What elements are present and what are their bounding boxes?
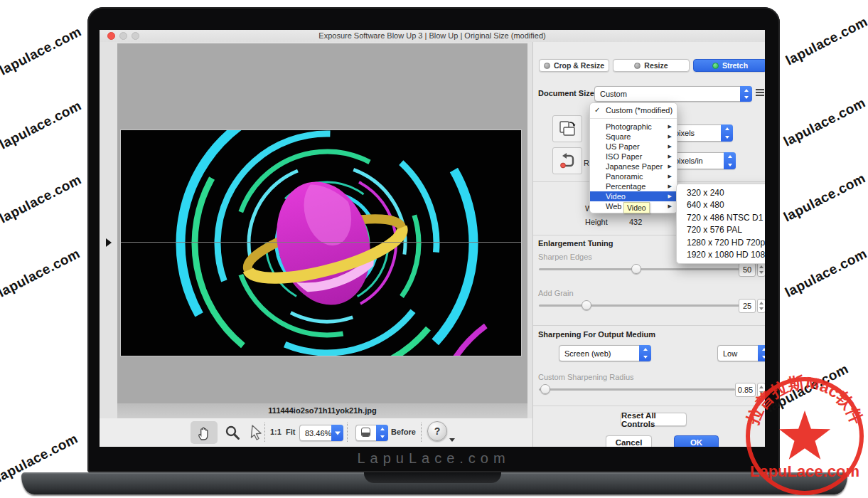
output-medium-select[interactable]: Screen (web) — [559, 345, 651, 361]
radio-dot-icon — [634, 63, 641, 69]
zoom-level-select[interactable]: 83.46% — [299, 425, 343, 441]
slider-thumb[interactable] — [582, 300, 591, 310]
height-value: 432 — [629, 218, 642, 226]
zoom-window-button[interactable] — [132, 32, 139, 40]
preset-menu-icon[interactable] — [756, 89, 764, 96]
watermark: lapulace.com — [0, 246, 82, 301]
slider-thumb[interactable] — [631, 264, 641, 274]
settings-panel: Crop & Resize Resize Stretch Document Si… — [532, 42, 765, 447]
video-sizes-submenu: 320 x 240 640 x 480 720 x 486 NTSC D1 72… — [676, 184, 765, 264]
split-handle-icon[interactable] — [106, 238, 112, 247]
menu-item-photographic[interactable]: Photographic ▶ — [590, 122, 677, 132]
one-to-one-button[interactable]: 1:1 — [270, 428, 282, 436]
section-divider — [533, 406, 765, 406]
slider-track[interactable] — [539, 304, 740, 307]
output-medium-stepper[interactable] — [639, 345, 651, 361]
menu-item-custom-modified[interactable]: ✓ Custom (*modified) — [590, 105, 677, 115]
document-size-value: Custom — [600, 87, 627, 101]
resolution-units-select[interactable]: pixels/in — [669, 152, 736, 169]
minimize-button[interactable] — [119, 32, 127, 40]
tab-label: Stretch — [722, 61, 748, 70]
split-view-stepper[interactable] — [376, 425, 388, 441]
menu-item-square[interactable]: Square ▶ — [590, 132, 677, 142]
zoom-level-dropdown-icon[interactable] — [331, 425, 343, 441]
section-divider — [533, 325, 765, 326]
before-after-split-line[interactable] — [121, 242, 521, 243]
menu-item-label: Percentage — [606, 182, 645, 191]
tab-label: Resize — [644, 61, 668, 70]
watermark: lapulace.com — [781, 171, 868, 226]
submenu-arrow-icon: ▶ — [668, 194, 672, 199]
magnifier-icon — [224, 424, 241, 441]
app-window: Exposure Software Blow Up 3 | Blow Up | … — [100, 30, 765, 447]
preview-region: 111444io2so71h11yok21h.jpg 1:1 — [100, 42, 532, 447]
submenu-arrow-icon: ▶ — [668, 144, 672, 149]
submenu-item-720x486[interactable]: 720 x 486 NTSC D1 — [677, 211, 765, 224]
menu-item-label: US Paper — [606, 142, 640, 151]
reset-all-controls-button[interactable]: Reset All Controls — [621, 413, 687, 426]
submenu-item-720x576[interactable]: 720 x 576 PAL — [677, 224, 765, 237]
resolution-units-stepper[interactable] — [724, 152, 736, 169]
help-menu-arrow-icon[interactable] — [449, 438, 455, 442]
menu-item-video[interactable]: Video ▶ — [590, 191, 677, 201]
watermark: lapulace.com — [783, 14, 868, 69]
menu-item-japanese-paper[interactable]: Japanese Paper ▶ — [590, 161, 677, 171]
watermark: lapulace.com — [783, 246, 868, 301]
sharpen-amount-select[interactable]: Low — [717, 345, 765, 361]
ok-button[interactable]: OK — [674, 435, 719, 447]
title-bar[interactable]: Exposure Software Blow Up 3 | Blow Up | … — [100, 30, 765, 43]
menu-item-label: Photographic — [606, 122, 652, 131]
filename-text: 111444io2so71h11yok21h.jpg — [117, 403, 527, 418]
preview-canvas — [117, 43, 527, 403]
tab-stretch[interactable]: Stretch — [693, 59, 765, 72]
submenu-arrow-icon: ▶ — [668, 154, 672, 159]
arrow-tool-button[interactable] — [243, 421, 270, 444]
add-grain-slider[interactable] — [539, 300, 740, 310]
add-grain-value[interactable]: 25 — [739, 299, 756, 313]
zoom-tool-button[interactable] — [219, 421, 246, 444]
document-size-select[interactable]: Custom — [594, 86, 752, 102]
menu-item-percentage[interactable]: Percentage ▶ — [590, 181, 677, 191]
slider-track[interactable] — [539, 388, 735, 391]
menu-item-panoramic[interactable]: Panoramic ▶ — [590, 171, 677, 181]
split-view-select[interactable] — [355, 425, 388, 441]
fit-button[interactable]: Fit — [286, 428, 295, 436]
document-size-label: Document Size — [538, 89, 594, 97]
submenu-arrow-icon: ▶ — [668, 203, 672, 209]
tab-crop-resize[interactable]: Crop & Resize — [539, 59, 609, 72]
preview-toolbar: 1:1 Fit 83.46% Before ? — [100, 418, 532, 447]
cancel-button[interactable]: Cancel — [606, 435, 652, 447]
submenu-item-640x480[interactable]: 640 x 480 — [677, 199, 765, 212]
toolbar-separator — [347, 423, 348, 442]
menu-item-iso-paper[interactable]: ISO Paper ▶ — [590, 152, 677, 161]
recompute-button[interactable] — [552, 147, 582, 174]
sharpen-edges-value[interactable]: 50 — [739, 263, 756, 277]
preview-image[interactable] — [121, 130, 521, 356]
submenu-item-1280x720[interactable]: 1280 x 720 HD 720p — [677, 236, 765, 249]
orientation-button[interactable] — [552, 115, 582, 142]
tab-resize[interactable]: Resize — [613, 59, 690, 72]
check-icon: ✓ — [594, 106, 600, 114]
sharpen-edges-slider[interactable] — [539, 264, 740, 274]
size-units-stepper[interactable] — [721, 124, 733, 142]
document-size-stepper[interactable] — [740, 86, 752, 102]
submenu-item-320x240[interactable]: 320 x 240 — [677, 186, 765, 199]
menu-item-us-paper[interactable]: US Paper ▶ — [590, 142, 677, 152]
submenu-arrow-icon: ▶ — [668, 164, 672, 169]
toolbar-separator — [264, 423, 265, 442]
window-title: Exposure Software Blow Up 3 | Blow Up | … — [100, 30, 765, 42]
close-button[interactable] — [107, 32, 115, 40]
help-button[interactable]: ? — [427, 421, 447, 441]
sharpen-edges-stepper[interactable] — [757, 263, 765, 277]
sharpening-radius-slider[interactable] — [539, 384, 735, 394]
output-medium-value: Screen (web) — [564, 346, 611, 361]
hand-tool-button[interactable] — [191, 421, 218, 444]
sharpen-amount-stepper[interactable] — [758, 345, 765, 361]
add-grain-stepper[interactable] — [757, 299, 765, 313]
submenu-item-1920x1080[interactable]: 1920 x 1080 HD 108 — [677, 249, 765, 262]
sharpen-amount-value: Low — [723, 346, 737, 361]
slider-thumb[interactable] — [540, 384, 550, 394]
rotate-page-icon — [557, 120, 577, 138]
size-units-select[interactable]: pixels — [669, 124, 733, 142]
menu-item-label: Japanese Paper — [606, 162, 663, 171]
